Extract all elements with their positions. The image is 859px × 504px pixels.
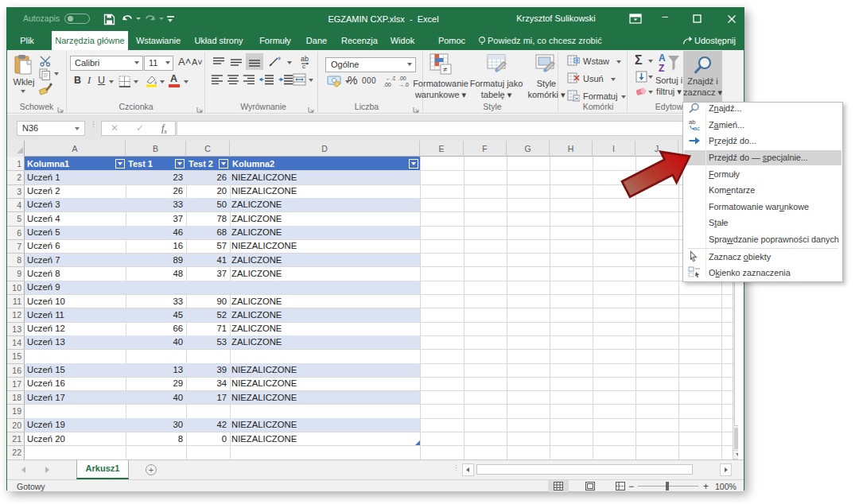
svg-text:ab: ab: [301, 55, 309, 63]
svg-text:.00: .00: [383, 82, 391, 87]
svg-text:←.0: ←.0: [386, 76, 395, 81]
svg-text:≠: ≠: [443, 65, 448, 74]
svg-text:c: c: [302, 63, 305, 69]
